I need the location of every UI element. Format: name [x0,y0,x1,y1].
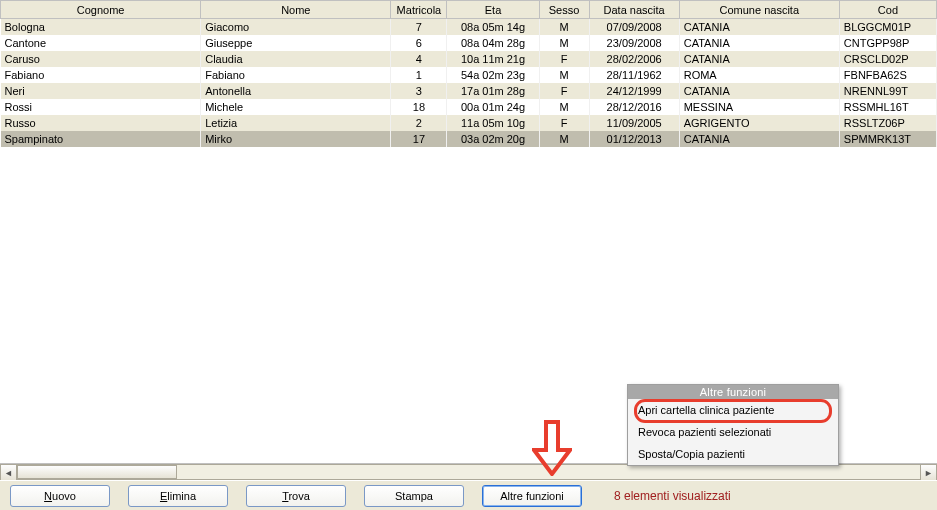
cell-eta: 11a 05m 10g [447,115,539,131]
table-row[interactable]: RussoLetizia211a 05m 10gF11/09/2005AGRIG… [1,115,937,131]
scroll-right-button[interactable]: ► [920,464,937,481]
table-row[interactable]: RossiMichele1800a 01m 24gM28/12/2016MESS… [1,99,937,115]
col-eta[interactable]: Eta [447,1,539,19]
cell-nome: Claudia [201,51,391,67]
cell-nome: Letizia [201,115,391,131]
popup-item-apri-cartella[interactable]: Apri cartella clinica paziente [628,399,838,421]
col-matricola[interactable]: Matricola [391,1,447,19]
table-row[interactable]: SpampinatoMirko1703a 02m 20gM01/12/2013C… [1,131,937,147]
status-text: 8 elementi visualizzati [614,489,731,503]
nuovo-button[interactable]: Nuovo [10,485,110,507]
cell-comune: ROMA [679,67,839,83]
table-row[interactable]: BolognaGiacomo708a 05m 14gM07/09/2008CAT… [1,19,937,36]
cell-sesso: M [539,99,589,115]
patient-grid[interactable]: Cognome Nome Matricola Eta Sesso Data na… [0,0,937,147]
popup-item-sposta-copia[interactable]: Sposta/Copia pazienti [628,443,838,465]
cell-comune: MESSINA [679,99,839,115]
cell-comune: CATANIA [679,131,839,147]
cell-sesso: F [539,51,589,67]
cell-cod: BLGGCM01P [839,19,936,36]
cell-sesso: F [539,115,589,131]
cell-data_nascita: 07/09/2008 [589,19,679,36]
cell-comune: CATANIA [679,35,839,51]
cell-eta: 10a 11m 21g [447,51,539,67]
grid-header-row[interactable]: Cognome Nome Matricola Eta Sesso Data na… [1,1,937,19]
col-comune-nascita[interactable]: Comune nascita [679,1,839,19]
cell-data_nascita: 23/09/2008 [589,35,679,51]
cell-eta: 00a 01m 24g [447,99,539,115]
col-cognome[interactable]: Cognome [1,1,201,19]
scroll-thumb[interactable] [17,465,177,479]
cell-matricola: 3 [391,83,447,99]
cell-matricola: 18 [391,99,447,115]
cell-eta: 17a 01m 28g [447,83,539,99]
cell-cognome: Caruso [1,51,201,67]
cell-nome: Antonella [201,83,391,99]
cell-comune: CATANIA [679,19,839,36]
cell-matricola: 17 [391,131,447,147]
cell-cognome: Neri [1,83,201,99]
cell-nome: Giuseppe [201,35,391,51]
col-cod[interactable]: Cod [839,1,936,19]
elimina-button[interactable]: Elimina [128,485,228,507]
popup-title: Altre funzioni [628,385,838,399]
cell-matricola: 4 [391,51,447,67]
cell-matricola: 6 [391,35,447,51]
cell-nome: Giacomo [201,19,391,36]
cell-cognome: Russo [1,115,201,131]
cell-cod: RSSMHL16T [839,99,936,115]
cell-nome: Mirko [201,131,391,147]
altre-funzioni-popup: Altre funzioni Apri cartella clinica paz… [627,384,839,466]
cell-sesso: M [539,19,589,36]
trova-button[interactable]: Trova [246,485,346,507]
table-row[interactable]: NeriAntonella317a 01m 28gF24/12/1999CATA… [1,83,937,99]
cell-data_nascita: 01/12/2013 [589,131,679,147]
cell-nome: Michele [201,99,391,115]
cell-cognome: Fabiano [1,67,201,83]
table-row[interactable]: FabianoFabiano154a 02m 23gM28/11/1962ROM… [1,67,937,83]
cell-cod: CRSCLD02P [839,51,936,67]
cell-cognome: Cantone [1,35,201,51]
cell-sesso: F [539,83,589,99]
cell-comune: CATANIA [679,83,839,99]
cell-cod: SPMMRK13T [839,131,936,147]
cell-cognome: Rossi [1,99,201,115]
cell-matricola: 2 [391,115,447,131]
cell-cod: RSSLTZ06P [839,115,936,131]
cell-cod: NRENNL99T [839,83,936,99]
cell-data_nascita: 28/11/1962 [589,67,679,83]
cell-data_nascita: 11/09/2005 [589,115,679,131]
col-nome[interactable]: Nome [201,1,391,19]
cell-comune: AGRIGENTO [679,115,839,131]
cell-data_nascita: 28/12/2016 [589,99,679,115]
cell-comune: CATANIA [679,51,839,67]
cell-data_nascita: 28/02/2006 [589,51,679,67]
cell-cognome: Bologna [1,19,201,36]
cell-sesso: M [539,35,589,51]
cell-nome: Fabiano [201,67,391,83]
cell-cod: FBNFBA62S [839,67,936,83]
col-data-nascita[interactable]: Data nascita [589,1,679,19]
cell-eta: 08a 04m 28g [447,35,539,51]
cell-eta: 08a 05m 14g [447,19,539,36]
cell-matricola: 7 [391,19,447,36]
popup-item-revoca[interactable]: Revoca pazienti selezionati [628,421,838,443]
table-row[interactable]: CantoneGiuseppe608a 04m 28gM23/09/2008CA… [1,35,937,51]
cell-matricola: 1 [391,67,447,83]
cell-cognome: Spampinato [1,131,201,147]
cell-eta: 03a 02m 20g [447,131,539,147]
cell-sesso: M [539,131,589,147]
scroll-track[interactable] [17,464,920,480]
cell-sesso: M [539,67,589,83]
bottom-toolbar: Nuovo Elimina Trova Stampa Altre funzion… [0,480,937,510]
cell-data_nascita: 24/12/1999 [589,83,679,99]
cell-cod: CNTGPP98P [839,35,936,51]
stampa-button[interactable]: Stampa [364,485,464,507]
altre-funzioni-button[interactable]: Altre funzioni [482,485,582,507]
col-sesso[interactable]: Sesso [539,1,589,19]
cell-eta: 54a 02m 23g [447,67,539,83]
table-row[interactable]: CarusoClaudia410a 11m 21gF28/02/2006CATA… [1,51,937,67]
scroll-left-button[interactable]: ◄ [0,464,17,481]
